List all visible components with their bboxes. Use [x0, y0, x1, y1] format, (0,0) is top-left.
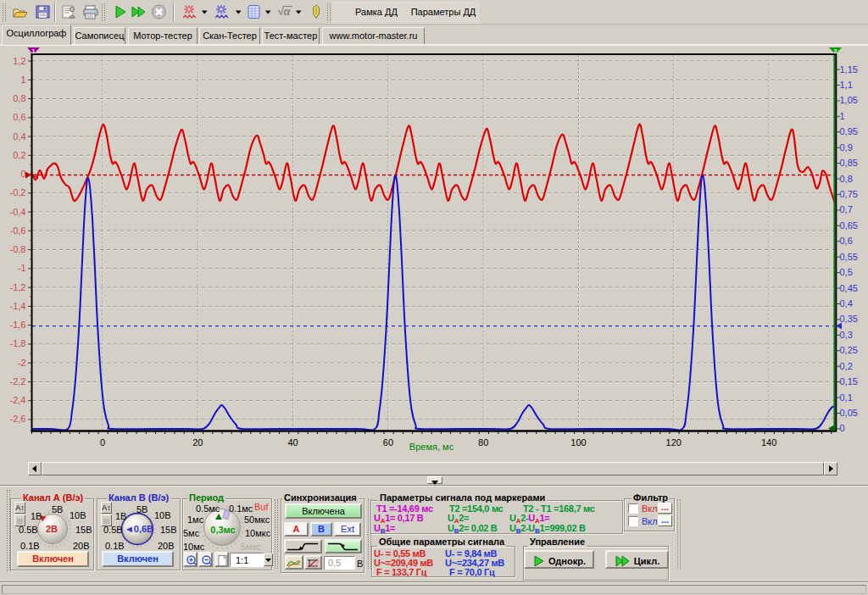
svg-text:0,1: 0,1: [840, 392, 853, 403]
svg-text:Время, мс: Время, мс: [409, 442, 454, 452]
svg-text:1: 1: [840, 111, 845, 121]
svg-text:-1,6: -1,6: [10, 320, 26, 330]
svg-text:1,2: 1,2: [13, 56, 25, 66]
svg-text:-2: -2: [18, 358, 26, 368]
svg-text:0,3мс: 0,3мс: [210, 525, 235, 535]
svg-text:0,4: 0,4: [13, 131, 25, 142]
svg-text:2В: 2В: [46, 524, 58, 534]
svg-text:140: 140: [761, 437, 776, 448]
svg-text:100: 100: [570, 437, 586, 448]
svg-text:0,25: 0,25: [840, 345, 858, 355]
svg-text:0,2: 0,2: [840, 361, 853, 371]
svg-text:0,6: 0,6: [13, 112, 25, 122]
svg-text:1: 1: [20, 75, 25, 85]
svg-text:0: 0: [20, 169, 25, 179]
svg-text:0,75: 0,75: [840, 189, 858, 199]
svg-text:-2,6: -2,6: [10, 414, 26, 424]
svg-text:80: 80: [478, 437, 488, 448]
svg-text:0,35: 0,35: [840, 314, 858, 324]
svg-text:-0,6: -0,6: [10, 225, 26, 236]
svg-text:-2,2: -2,2: [10, 376, 26, 386]
svg-text:1,1: 1,1: [840, 80, 853, 90]
svg-text:0,95: 0,95: [840, 126, 858, 136]
svg-text:0: 0: [100, 437, 105, 448]
svg-text:0,8: 0,8: [840, 174, 853, 184]
svg-text:1,15: 1,15: [840, 64, 858, 75]
svg-text:60: 60: [383, 437, 393, 448]
svg-text:0,05: 0,05: [840, 408, 858, 418]
svg-text:0,65: 0,65: [840, 220, 858, 231]
svg-text:-0,4: -0,4: [10, 207, 26, 217]
svg-text:0,55: 0,55: [840, 252, 858, 262]
svg-text:0,7: 0,7: [840, 204, 853, 214]
svg-text:-1,8: -1,8: [10, 338, 26, 348]
svg-text:1: 1: [31, 47, 36, 55]
svg-text:-0,8: -0,8: [10, 244, 26, 254]
svg-text:-0,2: -0,2: [10, 187, 26, 197]
svg-text:◄0,6В: ◄0,6В: [125, 524, 153, 534]
svg-text:-2,4: -2,4: [10, 395, 26, 405]
svg-text:0,15: 0,15: [840, 376, 858, 386]
svg-text:0,85: 0,85: [840, 158, 858, 168]
svg-text:1,05: 1,05: [840, 95, 858, 105]
svg-text:0,6: 0,6: [840, 236, 853, 246]
svg-text:-1: -1: [18, 263, 26, 273]
svg-text:0,3: 0,3: [840, 330, 853, 340]
svg-text:0,5: 0,5: [840, 267, 853, 277]
svg-text:40: 40: [287, 437, 298, 448]
svg-text:0,9: 0,9: [840, 142, 853, 153]
svg-text:0,8: 0,8: [13, 93, 25, 103]
svg-text:-1,2: -1,2: [10, 282, 26, 292]
svg-text:A: A: [33, 172, 39, 181]
svg-text:0: 0: [840, 423, 845, 433]
svg-text:0,2: 0,2: [13, 150, 25, 160]
svg-text:20: 20: [192, 437, 203, 448]
svg-text:-1,4: -1,4: [10, 301, 26, 311]
svg-text:0,45: 0,45: [840, 283, 858, 293]
svg-text:0,4: 0,4: [840, 298, 853, 309]
svg-text:2: 2: [833, 47, 837, 55]
svg-text:120: 120: [666, 437, 682, 448]
